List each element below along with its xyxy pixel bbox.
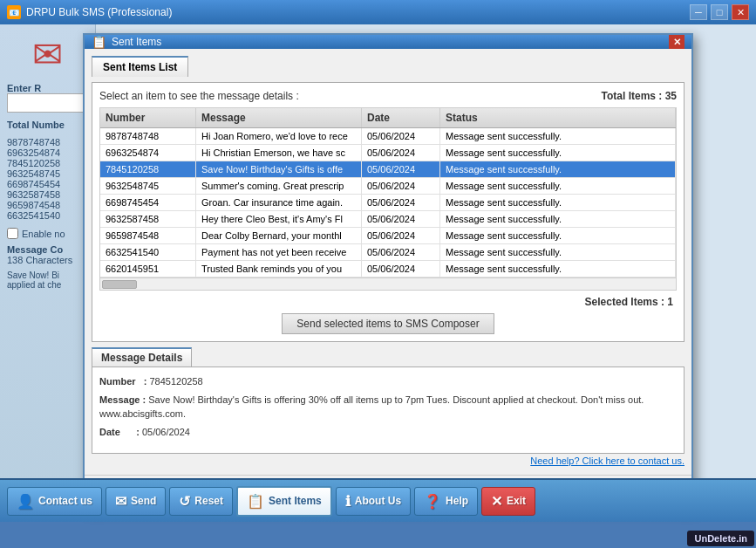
- table-row[interactable]: 6963254874Hi Christian Emerson, we have …: [100, 145, 676, 161]
- tab-bar: Sent Items List: [92, 56, 684, 77]
- message-details-tab: Message Details: [92, 347, 684, 366]
- col-status: Status: [440, 108, 676, 127]
- exit-button[interactable]: ✕ Exit: [481, 487, 535, 516]
- enter-r-row: Enter R: [7, 83, 87, 113]
- chars-label: 138 Characters: [7, 255, 87, 265]
- msg-date-label: Date :: [99, 427, 142, 437]
- help-link[interactable]: Need help? Click here to contact us.: [92, 454, 684, 468]
- col-message: Message: [196, 108, 362, 127]
- table-cell-date: 05/06/2024: [362, 261, 440, 277]
- table-cell-number: 6620145951: [100, 261, 196, 277]
- total-number-label: Total Numbe: [7, 120, 87, 130]
- messages-table: Number Message Date Status 9878748748Hi …: [99, 107, 677, 291]
- table-header: Number Message Date Status: [100, 108, 676, 128]
- table-cell-number: 9659874548: [100, 228, 196, 243]
- msg-number-value: 7845120258: [149, 376, 202, 387]
- send-icon: ✉: [115, 493, 126, 510]
- table-cell-status: Message sent successfully.: [440, 244, 676, 260]
- minimize-button[interactable]: ─: [690, 4, 707, 20]
- table-cell-status: Message sent successfully.: [440, 178, 676, 194]
- enable-checkbox[interactable]: [7, 228, 18, 239]
- table-cell-status: Message sent successfully.: [440, 211, 676, 227]
- number-list: 9878748748 6963254874 7845120258 9632548…: [7, 137, 87, 221]
- table-row[interactable]: 9632548745Summer's coming. Great prescri…: [100, 178, 676, 195]
- msg-date-line: Date : 05/06/2024: [99, 425, 677, 440]
- table-cell-message: Hey there Cleo Best, it's Amy's Fl: [196, 211, 362, 227]
- table-cell-date: 05/06/2024: [362, 195, 440, 210]
- table-cell-number: 6963254874: [100, 145, 196, 161]
- app-close-button[interactable]: ✕: [732, 4, 749, 20]
- sent-items-icon: 📋: [247, 493, 264, 510]
- left-panel: ✉ Enter R Total Numbe 9878748748 6963254…: [0, 24, 94, 298]
- help-icon: ❓: [424, 493, 441, 510]
- table-row[interactable]: 7845120258Save Now! Birthday's Gifts is …: [100, 161, 676, 178]
- total-items-label: Total Items : 35: [602, 90, 677, 102]
- panel-content: Select an item to see the message detail…: [92, 82, 684, 342]
- table-cell-status: Message sent successfully.: [440, 261, 676, 277]
- selected-items-label: Selected Items : 1: [99, 296, 677, 308]
- taskbar: 👤 Contact us ✉ Send ↺ Reset 📋 Sent Items…: [0, 478, 756, 522]
- table-row[interactable]: 6620145951Trusted Bank reminds you of yo…: [100, 261, 676, 277]
- table-cell-date: 05/06/2024: [362, 228, 440, 243]
- message-details-body: Number : 7845120258 Message : Save Now! …: [92, 366, 684, 454]
- table-cell-date: 05/06/2024: [362, 145, 440, 161]
- table-cell-date: 05/06/2024: [362, 178, 440, 194]
- table-cell-number: 9878748748: [100, 128, 196, 144]
- table-cell-message: Save Now! Birthday's Gifts is offe: [196, 161, 362, 177]
- table-cell-date: 05/06/2024: [362, 161, 440, 177]
- total-number-row: Total Numbe: [7, 120, 87, 130]
- table-cell-message: Hi Joan Romero, we'd love to rece: [196, 128, 362, 144]
- enter-r-input[interactable]: [7, 93, 87, 113]
- watermark: UnDelete.in: [687, 531, 754, 546]
- reset-icon: ↺: [179, 493, 190, 510]
- app-window: ✉ Enter R Total Numbe 9878748748 6963254…: [0, 24, 756, 522]
- sent-items-list-tab[interactable]: Sent Items List: [92, 56, 188, 77]
- reset-button[interactable]: ↺ Reset: [169, 487, 233, 516]
- send-button[interactable]: ✉ Send: [106, 487, 166, 516]
- col-date: Date: [362, 108, 440, 127]
- col-number: Number: [100, 108, 196, 127]
- table-cell-status: Message sent successfully.: [440, 161, 676, 177]
- table-header-row: Select an item to see the message detail…: [99, 90, 677, 102]
- table-cell-message: Payment has not yet been receive: [196, 244, 362, 260]
- title-bar: 📧 DRPU Bulk SMS (Professional) ─ □ ✕: [0, 0, 756, 24]
- message-details-tab-item[interactable]: Message Details: [92, 347, 192, 366]
- msg-message-line: Message : Save Now! Birthday's Gifts is …: [99, 393, 677, 421]
- about-us-icon: ℹ: [345, 493, 351, 510]
- save-label: Save Now! Bi applied at che: [7, 271, 87, 290]
- table-cell-status: Message sent successfully.: [440, 195, 676, 210]
- enable-row: Enable no: [7, 228, 87, 239]
- contact-us-button[interactable]: 👤 Contact us: [7, 487, 102, 516]
- horizontal-scrollbar[interactable]: [100, 277, 676, 290]
- table-cell-date: 05/06/2024: [362, 128, 440, 144]
- dialog-title: Sent Items: [112, 36, 669, 48]
- left-sidebar: ✉ Enter R Total Numbe 9878748748 6963254…: [0, 24, 96, 522]
- table-cell-date: 05/06/2024: [362, 211, 440, 227]
- table-cell-number: 6698745454: [100, 195, 196, 210]
- about-us-button[interactable]: ℹ About Us: [336, 487, 411, 516]
- sent-items-button[interactable]: 📋 Sent Items: [236, 486, 332, 517]
- table-row[interactable]: 6698745454Groan. Car insurance time agai…: [100, 195, 676, 211]
- table-cell-number: 7845120258: [100, 161, 196, 177]
- exit-icon: ✕: [491, 493, 502, 510]
- envelope-icon: ✉: [7, 33, 87, 76]
- message-co-row: Message Co 138 Characters: [7, 244, 87, 265]
- title-bar-controls: ─ □ ✕: [690, 4, 749, 20]
- table-row[interactable]: 9632587458Hey there Cleo Best, it's Amy'…: [100, 211, 676, 228]
- msg-message-label: Message :: [99, 394, 148, 405]
- dialog-close-button[interactable]: ✕: [669, 35, 684, 49]
- maximize-button[interactable]: □: [711, 4, 728, 20]
- table-cell-status: Message sent successfully.: [440, 145, 676, 161]
- message-details-section: Message Details Number : 7845120258 Mess…: [92, 347, 684, 468]
- msg-number-line: Number : 7845120258: [99, 374, 677, 389]
- table-body[interactable]: 9878748748Hi Joan Romero, we'd love to r…: [100, 128, 676, 277]
- help-button[interactable]: ❓ Help: [414, 487, 478, 516]
- send-selected-button[interactable]: Send selected items to SMS Composer: [282, 313, 494, 334]
- table-cell-message: Dear Colby Bernard, your monthl: [196, 228, 362, 243]
- table-cell-message: Summer's coming. Great prescrip: [196, 178, 362, 194]
- enable-label: Enable no: [22, 229, 65, 239]
- table-row[interactable]: 6632541540Payment has not yet been recei…: [100, 244, 676, 261]
- table-row[interactable]: 9878748748Hi Joan Romero, we'd love to r…: [100, 128, 676, 145]
- table-cell-message: Trusted Bank reminds you of you: [196, 261, 362, 277]
- table-row[interactable]: 9659874548Dear Colby Bernard, your month…: [100, 228, 676, 244]
